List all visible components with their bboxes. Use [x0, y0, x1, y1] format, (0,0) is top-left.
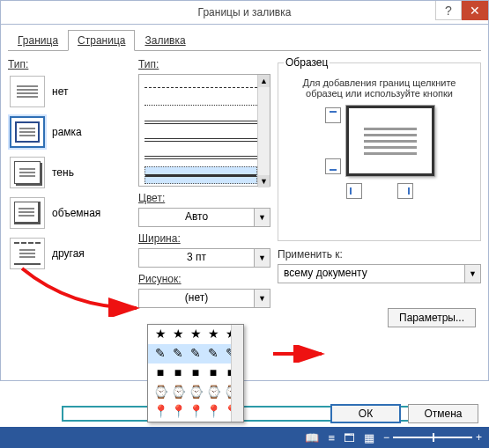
- view-outline-icon[interactable]: ▦: [364, 431, 374, 444]
- style-scrollbar[interactable]: ▲▼: [257, 75, 270, 186]
- art-option[interactable]: ■■■■■: [148, 364, 243, 383]
- chevron-down-icon[interactable]: ▼: [255, 289, 270, 308]
- apply-label: Применить к:: [278, 248, 481, 261]
- cancel-button[interactable]: Отмена: [408, 404, 478, 423]
- ok-button[interactable]: ОК: [330, 404, 401, 423]
- art-option[interactable]: ⌚⌚⌚⌚⌚: [148, 383, 243, 402]
- setting-column: Тип: нет рамка тень объемная другая: [8, 56, 131, 308]
- preview-column: Образец Для добавления границ щелкните о…: [278, 56, 481, 308]
- tab-page[interactable]: Страница: [68, 30, 135, 51]
- border-top-toggle[interactable]: [325, 107, 341, 123]
- type-label: Тип:: [8, 58, 131, 70]
- border-right-toggle[interactable]: [397, 183, 413, 199]
- tab-border[interactable]: Граница: [8, 30, 68, 50]
- tab-fill[interactable]: Заливка: [135, 30, 195, 50]
- type-shadow-label: тень: [52, 166, 74, 179]
- tabstrip: Граница Страница Заливка: [8, 30, 481, 51]
- chevron-down-icon[interactable]: ▼: [255, 208, 270, 227]
- window-controls: ? ✕: [435, 1, 488, 20]
- preview-page[interactable]: [346, 106, 434, 176]
- dialog-footer: ОК Отмена: [330, 404, 478, 423]
- options-button[interactable]: Параметры...: [388, 308, 476, 327]
- style-column: Тип: ▲▼ Цвет: Авто ▼ Ширина: 3 пт ▼: [138, 56, 270, 308]
- art-label: Рисунок:: [138, 273, 270, 285]
- close-button[interactable]: ✕: [462, 1, 488, 20]
- width-label: Ширина:: [138, 232, 270, 245]
- art-option[interactable]: ★★★★★: [148, 325, 243, 344]
- border-bottom-toggle[interactable]: [325, 158, 341, 174]
- border-left-toggle[interactable]: [346, 183, 362, 199]
- color-label: Цвет:: [138, 192, 270, 204]
- zoom-slider[interactable]: − +: [383, 431, 482, 444]
- dropdown-scrollbar[interactable]: [231, 325, 243, 422]
- dialog-body: Граница Страница Заливка Тип: нет рамка …: [0, 25, 489, 381]
- type-shadow[interactable]: тень: [8, 155, 131, 190]
- chevron-down-icon[interactable]: ▼: [465, 264, 481, 283]
- style-label: Тип:: [138, 58, 270, 70]
- art-option[interactable]: 📍📍📍📍📍: [148, 402, 243, 422]
- help-button[interactable]: ?: [435, 1, 462, 20]
- type-box-label: рамка: [52, 126, 82, 138]
- color-combo[interactable]: Авто ▼: [138, 208, 270, 227]
- art-value: (нет): [138, 289, 255, 308]
- chevron-down-icon[interactable]: ▼: [255, 248, 270, 268]
- type-custom-label: другая: [52, 247, 85, 260]
- zoom-in-icon[interactable]: +: [476, 431, 482, 444]
- apply-combo[interactable]: всему документу ▼: [278, 264, 481, 283]
- type-none[interactable]: нет: [8, 74, 131, 109]
- art-combo[interactable]: (нет) ▼: [138, 289, 270, 308]
- sample-hint: Для добавления границ щелкните образец и…: [284, 77, 475, 99]
- view-print-icon[interactable]: ≡: [328, 431, 335, 444]
- view-readmode-icon[interactable]: 📖: [305, 431, 319, 444]
- type-none-label: нет: [52, 85, 68, 98]
- art-option[interactable]: ✎✎✎✎✎: [148, 344, 243, 364]
- art-dropdown-popup[interactable]: ★★★★★✎✎✎✎✎■■■■■⌚⌚⌚⌚⌚📍📍📍📍📍: [147, 324, 244, 422]
- width-combo[interactable]: 3 пт ▼: [138, 248, 270, 268]
- type-3d[interactable]: объемная: [8, 195, 131, 231]
- type-box[interactable]: рамка: [8, 114, 131, 150]
- type-3d-label: объемная: [52, 207, 100, 219]
- status-bar: 📖 ≡ 🗔 ▦ − +: [0, 427, 489, 448]
- dialog-title: Границы и заливка: [198, 6, 292, 18]
- zoom-out-icon[interactable]: −: [383, 431, 389, 444]
- view-web-icon[interactable]: 🗔: [344, 431, 355, 444]
- width-value: 3 пт: [138, 248, 255, 268]
- sample-legend: Образец: [284, 56, 330, 69]
- titlebar: Границы и заливка ? ✕: [0, 0, 489, 25]
- sample-group: Образец Для добавления границ щелкните о…: [278, 56, 481, 241]
- line-style-list[interactable]: ▲▼: [138, 74, 270, 187]
- color-value: Авто: [138, 208, 255, 227]
- apply-value: всему документу: [278, 264, 465, 283]
- type-custom[interactable]: другая: [8, 236, 131, 271]
